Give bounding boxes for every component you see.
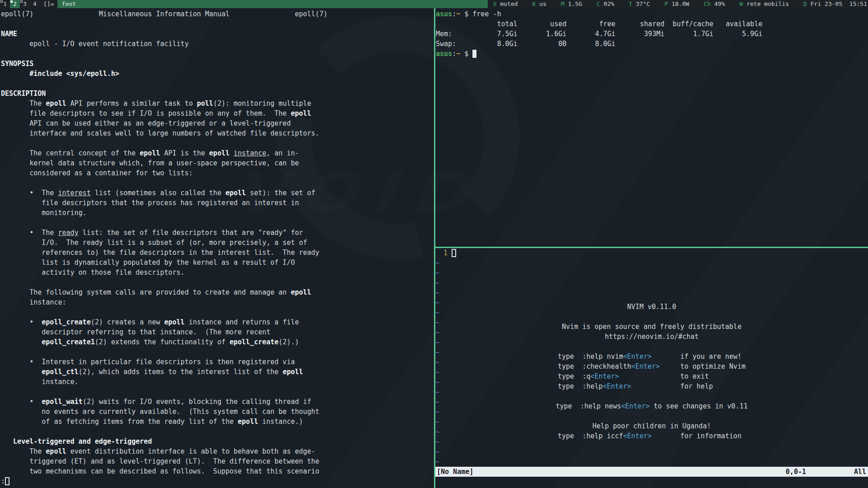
nvim-cursor — [452, 249, 456, 257]
text-line: Help poor children in Uganda! — [435, 421, 868, 431]
tilde-line: ~ — [435, 447, 868, 457]
text-line: references to) the file descriptors in t… — [1, 248, 434, 258]
neovim-window[interactable]: 1 ~~~~~~~~~~~~~~~~~~~~~ NVIM v0.11.0Nvim… — [435, 248, 868, 488]
status-segment-M: M 1.5G — [561, 0, 582, 8]
text-line: total used free shared buff/cache availa… — [436, 19, 868, 29]
text-line: triggered (ET) and as level-triggered (L… — [1, 456, 434, 466]
text-line: The following system calls are provided … — [1, 287, 434, 297]
text-line: of as fetching items from the ready list… — [1, 417, 434, 427]
text-line — [1, 427, 434, 436]
text-line: The epoll API performs a similar task to… — [1, 99, 434, 108]
text-line — [435, 391, 868, 401]
workspace-tag-2[interactable]: 2 — [10, 0, 20, 8]
text-line: type :help<Enter> for help — [435, 381, 868, 391]
line-number: 1 — [435, 248, 448, 258]
layout-indicator[interactable]: []= — [40, 0, 57, 8]
text-line: The epoll event distribution interface i… — [1, 446, 434, 456]
text-line: type :checkhealth<Enter> to optimize Nvi… — [435, 361, 868, 371]
terminal-manpage-window[interactable]: epoll(7) Miscellaneous Information Manua… — [0, 8, 434, 488]
text-line: Swap: 8.0Gi 0B 8.0Gi — [436, 39, 868, 49]
text-line — [1, 49, 434, 59]
text-line: monitoring. — [1, 208, 434, 218]
text-line: https://neovim.io/#chat — [435, 332, 868, 342]
man-page-content: epoll(7) Miscellaneous Information Manua… — [1, 9, 434, 476]
ruler-position: 0,0-1 — [786, 467, 806, 477]
pager-cursor — [5, 477, 9, 485]
text-line: two mechanisms can be described as follo… — [1, 466, 434, 476]
status-segment-D: D Fri 23-05 15:51 — [803, 0, 867, 8]
tilde-line: ~ — [435, 288, 868, 298]
workspace-tag-1[interactable]: 1 — [0, 0, 10, 8]
text-line — [1, 218, 434, 228]
text-line — [1, 387, 434, 397]
text-line: • The interest list (sometimes also call… — [1, 188, 434, 198]
workspace-tag-3[interactable]: 3 — [20, 0, 30, 8]
text-line: descriptor referring to that instance. (… — [1, 327, 434, 337]
text-line: file descriptors that the process has re… — [1, 198, 434, 208]
text-line: API can be used either as an edge-trigge… — [1, 118, 434, 128]
text-line: The central concept of the epoll API is … — [1, 148, 434, 158]
status-segment-Ch: Ch 49% — [704, 0, 725, 8]
text-line: type :q<Enter> to exit — [435, 371, 868, 381]
text-line — [435, 312, 868, 322]
text-line: SYNOPSIS — [1, 59, 434, 69]
text-line — [1, 277, 434, 287]
status-segments: V mutedK usM 1.5GC 02%T 37°CP 18.0WCh 49… — [488, 0, 868, 8]
text-line: list is dynamically populated by the ker… — [1, 258, 434, 267]
tag-indicator — [10, 0, 13, 3]
text-line — [1, 138, 434, 148]
tag-indicator — [0, 0, 3, 3]
text-line: Mem: 7.5Gi 1.6Gi 4.7Gi 393Mi 1.7Gi 5.9Gi — [436, 29, 868, 39]
text-line: epoll_create1(2) extends the functionali… — [1, 337, 434, 347]
text-line: DESCRIPTION — [1, 89, 434, 99]
text-line: kernel data structure which, from a user… — [1, 158, 434, 168]
text-line: instance: — [1, 297, 434, 307]
text-line: • The ready list: the set of file descri… — [1, 228, 434, 238]
status-segment-P: P 18.0W — [665, 0, 689, 8]
text-line — [435, 342, 868, 352]
text-line: • epoll_create(2) creates a new epoll in… — [1, 317, 434, 327]
text-line: NVIM v0.11.0 — [435, 302, 868, 312]
nvim-splash: NVIM v0.11.0Nvim is open source and free… — [435, 302, 868, 441]
text-line: I/O. The ready list is a subset of (or, … — [1, 238, 434, 248]
nvim-cmdline[interactable] — [435, 477, 868, 487]
terminal-shell-window[interactable]: asus:~ $ free -h total used free shared … — [435, 8, 868, 247]
text-line: type :help nvim<Enter> if you are new! — [435, 352, 868, 361]
status-segment-C: C 02% — [597, 0, 614, 8]
shell-content: asus:~ $ free -h total used free shared … — [436, 9, 868, 59]
pager-prompt-line: : — [1, 476, 434, 486]
buffer-name: [No Name] — [437, 467, 473, 477]
text-line — [1, 178, 434, 188]
text-line: interface and scales well to large numbe… — [1, 128, 434, 138]
text-line: type :help iccf<Enter> for information — [435, 431, 868, 441]
text-line — [435, 411, 868, 421]
text-line: epoll - I/O event notification facility — [1, 39, 434, 49]
text-line: type :help news<Enter> to see changes in… — [435, 401, 868, 411]
text-line — [1, 79, 434, 89]
text-line: no events are currently available. (This… — [1, 407, 434, 417]
window-title: foot — [57, 0, 487, 8]
tilde-line: ~ — [435, 268, 868, 278]
text-line: NAME — [1, 29, 434, 39]
tag-indicator — [20, 0, 23, 3]
text-line: epoll(7) Miscellaneous Information Manua… — [1, 9, 434, 19]
text-line — [1, 347, 434, 357]
desktop: VOID 1234 []= foot V mutedK usM 1.5GC 02… — [0, 0, 868, 488]
workspace-tag-4[interactable]: 4 — [30, 0, 40, 8]
status-segment-W: W rete mobilis — [740, 0, 789, 8]
text-line: instance. — [1, 377, 434, 387]
tilde-line: ~ — [435, 278, 868, 288]
text-line: Nvim is open source and freely distribut… — [435, 322, 868, 332]
workspace-tags: 1234 — [0, 0, 40, 8]
text-line: file descriptors to see if I/O is possib… — [1, 108, 434, 118]
text-line: asus:~ $ free -h — [436, 9, 868, 19]
status-bar: 1234 []= foot V mutedK usM 1.5GC 02%T 37… — [0, 0, 868, 8]
nvim-line-1: 1 — [435, 248, 868, 258]
shell-cursor — [472, 50, 476, 58]
text-line: epoll_ctl(2), which adds items to the in… — [1, 367, 434, 377]
text-line: Level-triggered and edge-triggered — [1, 436, 434, 446]
text-line — [1, 19, 434, 29]
text-line: considered as a container for two lists: — [1, 168, 434, 178]
status-segment-T: T 37°C — [629, 0, 650, 8]
pager-prompt: : — [1, 477, 5, 485]
